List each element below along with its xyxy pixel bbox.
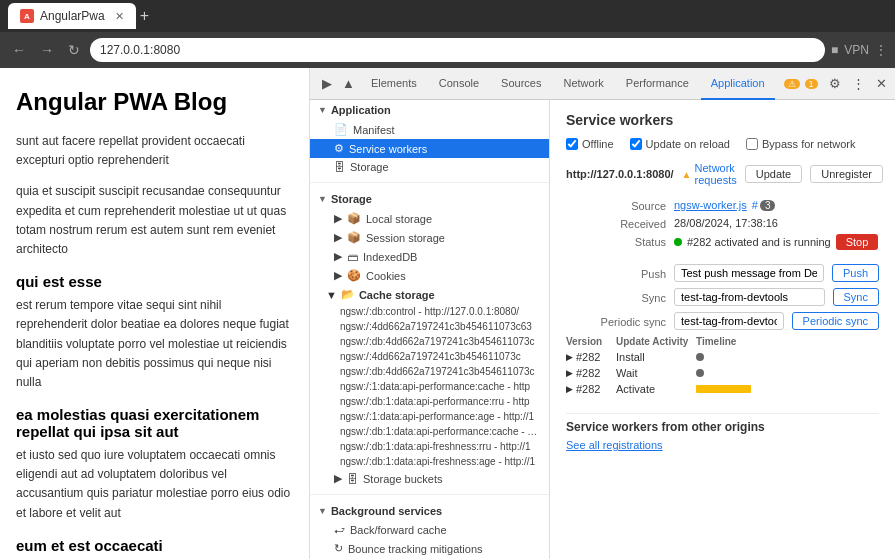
bypass-input[interactable] xyxy=(746,138,758,150)
sync-btn[interactable]: Sync xyxy=(833,288,879,306)
refresh-btn[interactable]: ↻ xyxy=(64,40,84,60)
bg-services-header[interactable]: ▼ Background services xyxy=(310,501,549,521)
sync-input[interactable] xyxy=(674,288,825,306)
sidebar-storage-buckets[interactable]: ▶ 🗄 Storage buckets xyxy=(310,469,549,488)
sw-info-grid: Source ngsw-worker.js # 3 Received 28/08… xyxy=(566,198,879,250)
uc-timeline-col: Timeline xyxy=(696,336,796,347)
uc-action-2: Activate xyxy=(616,383,696,395)
sidebar-cache-storage-group[interactable]: ▼ 📂 Cache storage xyxy=(310,285,549,304)
tab-application[interactable]: Application xyxy=(701,68,775,100)
application-section-header[interactable]: ▼ Application xyxy=(310,100,549,120)
storage-section-label: Storage xyxy=(331,193,372,205)
sidebar-back-forward[interactable]: ⮐ Back/forward cache xyxy=(310,521,549,539)
offline-checkbox[interactable]: Offline xyxy=(566,138,614,150)
sidebar-storage[interactable]: 🗄 Storage xyxy=(310,158,549,176)
application-section-label: Application xyxy=(331,104,391,116)
application-arrow: ▼ xyxy=(318,105,327,115)
tab-sources[interactable]: Sources xyxy=(491,68,551,100)
update-on-reload-input[interactable] xyxy=(630,138,642,150)
cache-item-4[interactable]: ngsw:/:db:4dd662a7197241c3b454611073c xyxy=(310,364,549,379)
active-tab[interactable]: A AngularPwa ✕ xyxy=(8,3,136,29)
devtools-inspect-btn[interactable]: ▶ xyxy=(318,74,336,93)
push-input[interactable] xyxy=(674,264,824,282)
devtools-settings-btn[interactable]: ⚙ xyxy=(829,76,841,91)
local-storage-icon: 📦 xyxy=(347,212,361,225)
source-file-link[interactable]: ngsw-worker.js xyxy=(674,199,747,211)
cache-item-5[interactable]: ngsw:/:1:data:api-performance:cache - ht… xyxy=(310,379,549,394)
bounce-icon: ↻ xyxy=(334,542,343,555)
update-btn[interactable]: Update xyxy=(745,165,802,183)
received-label: Received xyxy=(566,216,666,230)
tab-network[interactable]: Network xyxy=(553,68,613,100)
back-btn[interactable]: ← xyxy=(8,40,30,60)
sidebar-service-workers[interactable]: ⚙ Service workers xyxy=(310,139,549,158)
bypass-checkbox[interactable]: Bypass for network xyxy=(746,138,856,150)
devtools-more-btn[interactable]: ⋮ xyxy=(852,76,865,91)
sw-title: Service workers xyxy=(566,112,879,128)
storage-section-header[interactable]: ▼ Storage xyxy=(310,189,549,209)
forward-btn[interactable]: → xyxy=(36,40,58,60)
browser-toolbar: ← → ↻ 127.0.0.1:8080 ■ VPN ⋮ xyxy=(0,32,895,68)
sidebar-indexeddb[interactable]: ▶ 🗃 IndexedDB xyxy=(310,247,549,266)
cache-icon: 📂 xyxy=(341,288,355,301)
devtools-device-btn[interactable]: ▲ xyxy=(338,74,359,93)
devtools-close-btn[interactable]: ✕ xyxy=(876,76,887,91)
cache-item-8[interactable]: ngsw:/:db:1:data:api-performance:cache -… xyxy=(310,424,549,439)
sidebar-cookies[interactable]: ▶ 🍪 Cookies xyxy=(310,266,549,285)
back-forward-label: Back/forward cache xyxy=(350,524,447,536)
tab-elements[interactable]: Elements xyxy=(361,68,427,100)
push-btn[interactable]: Push xyxy=(832,264,879,282)
session-storage-label: Session storage xyxy=(366,232,445,244)
uc-expand-2[interactable]: ▶ #282 xyxy=(566,383,616,395)
manifest-label: Manifest xyxy=(353,124,395,136)
sync-row: Sync Sync xyxy=(566,288,879,306)
sidebar-bounce-tracking[interactable]: ↻ Bounce tracking mitigations xyxy=(310,539,549,558)
other-origins: Service workers from other origins See a… xyxy=(566,413,879,452)
tab-performance[interactable]: Performance xyxy=(616,68,699,100)
periodic-sync-btn[interactable]: Periodic sync xyxy=(792,312,879,330)
back-forward-icon: ⮐ xyxy=(334,524,345,536)
address-bar[interactable]: 127.0.0.1:8080 xyxy=(90,38,825,62)
network-tab-label: Network xyxy=(563,77,603,89)
sync-label: Sync xyxy=(566,290,666,304)
new-tab-btn[interactable]: + xyxy=(140,7,149,25)
cache-item-9[interactable]: ngsw:/:db:1:data:api-freshness:rru - htt… xyxy=(310,439,549,454)
uc-expand-0[interactable]: ▶ #282 xyxy=(566,351,616,363)
update-on-reload-checkbox[interactable]: Update on reload xyxy=(630,138,730,150)
vpn-icon: VPN xyxy=(844,43,869,57)
source-version-badge: # 3 xyxy=(752,199,776,211)
network-requests-link[interactable]: ▲ Network requests xyxy=(682,162,737,186)
cache-item-1[interactable]: ngsw:/:4dd662a7197241c3b454611073c63 xyxy=(310,319,549,334)
cache-item-0[interactable]: ngsw:/:db:control - http://127.0.0.1:808… xyxy=(310,304,549,319)
cache-item-3[interactable]: ngsw:/:4dd662a7197241c3b454611073c xyxy=(310,349,549,364)
uc-version-1: #282 xyxy=(576,367,600,379)
tab-console[interactable]: Console xyxy=(429,68,489,100)
cache-item-6[interactable]: ngsw:/:db:1:data:api-performance:rru - h… xyxy=(310,394,549,409)
uc-version-col: Version xyxy=(566,336,616,347)
uc-bar-1 xyxy=(696,369,796,377)
cache-item-10[interactable]: ngsw:/:db:1:data:api-freshness:age - htt… xyxy=(310,454,549,469)
received-value: 28/08/2024, 17:38:16 xyxy=(674,216,879,230)
offline-label: Offline xyxy=(582,138,614,150)
uc-action-0: Install xyxy=(616,351,696,363)
sidebar-session-storage[interactable]: ▶ 📦 Session storage xyxy=(310,228,549,247)
sidebar-local-storage[interactable]: ▶ 📦 Local storage xyxy=(310,209,549,228)
paragraph-3: est rerum tempore vitae sequi sint nihil… xyxy=(16,296,293,392)
sidebar-manifest[interactable]: 📄 Manifest xyxy=(310,120,549,139)
storage-icon: 🗄 xyxy=(334,161,345,173)
offline-input[interactable] xyxy=(566,138,578,150)
stop-btn[interactable]: Stop xyxy=(836,234,879,250)
uc-expand-1[interactable]: ▶ #282 xyxy=(566,367,616,379)
cache-item-2[interactable]: ngsw:/:db:4dd662a7197241c3b454611073c xyxy=(310,334,549,349)
service-workers-icon: ⚙ xyxy=(334,142,344,155)
cache-item-7[interactable]: ngsw:/:1:data:api-performance:age - http… xyxy=(310,409,549,424)
bg-services-label: Background services xyxy=(331,505,442,517)
see-all-link[interactable]: See all registrations xyxy=(566,439,663,451)
bounce-tracking-label: Bounce tracking mitigations xyxy=(348,543,483,555)
menu-icon[interactable]: ⋮ xyxy=(875,43,887,57)
heading-4: ea molestias quasi exercitationem repell… xyxy=(16,406,293,440)
tab-close-btn[interactable]: ✕ xyxy=(115,10,124,23)
source-label: Source xyxy=(566,198,666,212)
unregister-btn[interactable]: Unregister xyxy=(810,165,883,183)
periodic-sync-input[interactable] xyxy=(674,312,784,330)
